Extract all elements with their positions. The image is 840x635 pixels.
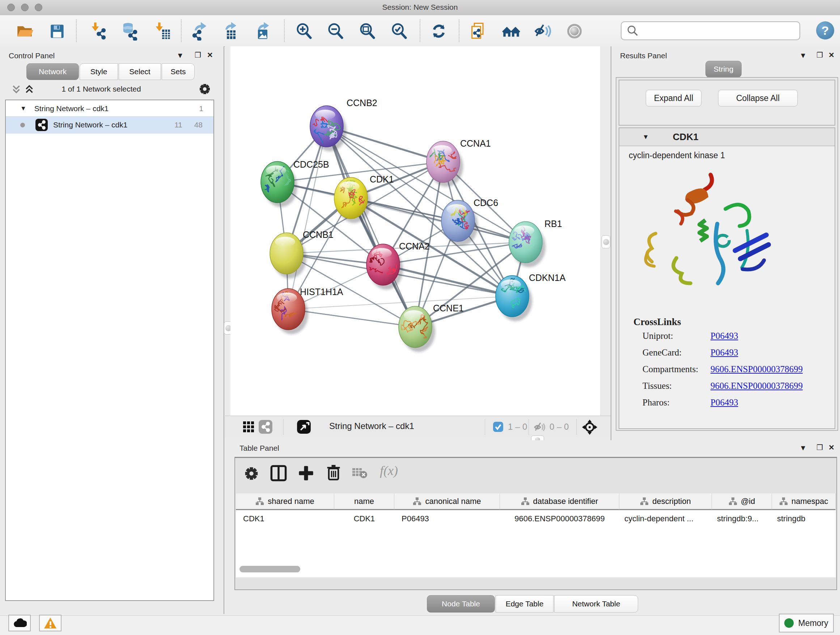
function-builder-icon[interactable]: f(x) [380, 463, 398, 478]
table-cell[interactable]: CDK1 [334, 511, 394, 526]
cloud-button[interactable] [8, 615, 31, 631]
network-node-HIST1H1A[interactable]: HIST1H1A [272, 287, 343, 334]
right-splitter-handle[interactable] [602, 235, 610, 249]
results-panel-close-icon[interactable]: ✕ [829, 51, 835, 59]
network-node-CCNB2[interactable]: CCNB2 [308, 98, 377, 151]
column-header-database-identifier[interactable]: database identifier [500, 494, 619, 510]
left-splitter-strip [225, 46, 231, 437]
help-button[interactable]: ? [816, 21, 834, 40]
tab-node-table[interactable]: Node Table [427, 595, 495, 613]
refresh-view-icon[interactable] [429, 22, 448, 41]
results-panel-menu-icon[interactable]: ▼ [799, 51, 807, 60]
memory-status-dot [784, 618, 794, 628]
node-label-CCNE1: CCNE1 [433, 303, 464, 313]
crosslink-link[interactable]: 9606.ENSP00000378699 [711, 381, 803, 391]
gene-collapse-icon[interactable]: ▼ [643, 133, 649, 141]
table-cell[interactable]: stringdb:9... [712, 511, 772, 526]
crosshair-icon[interactable] [581, 419, 598, 437]
crosslink-link[interactable]: P06493 [711, 331, 738, 340]
tab-string[interactable]: String [706, 61, 742, 78]
crosslink-link[interactable]: P06493 [711, 348, 738, 357]
export-table-icon[interactable] [221, 22, 240, 41]
table-cell[interactable]: stringdb [772, 511, 836, 526]
selected-nodes-checkbox[interactable] [493, 421, 504, 434]
column-header-namespac[interactable]: namespac [772, 494, 836, 510]
save-session-icon[interactable] [48, 22, 66, 41]
string-view-icon[interactable] [258, 420, 273, 435]
network-node-CCNE1[interactable]: CCNE1 [399, 303, 464, 352]
hidden-eye-slash-icon[interactable] [533, 421, 546, 435]
toolbar-separator [283, 419, 284, 435]
crosslink-link[interactable]: 9606.ENSP00000378699 [711, 364, 803, 374]
open-session-icon[interactable] [15, 22, 34, 41]
control-panel-close-icon[interactable]: ✕ [207, 51, 213, 59]
eye-sphere-icon[interactable] [565, 22, 584, 41]
network-node-CCNA1[interactable]: CCNA1 [426, 138, 491, 187]
network-options-gear-icon[interactable] [197, 82, 212, 98]
add-column-plus-icon[interactable] [297, 464, 315, 483]
table-panel-menu-icon[interactable]: ▼ [799, 444, 807, 452]
network-node-CCNB1[interactable]: CCNB1 [270, 230, 333, 279]
network-node-CDC25B[interactable]: CDC25B [261, 159, 329, 207]
zoom-in-icon[interactable] [295, 22, 314, 41]
control-panel-menu-icon[interactable]: ▼ [177, 51, 184, 60]
table-cell[interactable]: CDK1 [236, 511, 334, 526]
tab-style[interactable]: Style [80, 63, 118, 80]
control-panel-float-icon[interactable]: ❒ [195, 51, 201, 59]
first-neighbors-icon[interactable] [502, 22, 521, 41]
table-settings-gear-icon[interactable] [243, 465, 260, 483]
tab-edge-table[interactable]: Edge Table [496, 595, 554, 613]
table-cell[interactable]: cyclin-dependent ... [619, 511, 712, 526]
export-image-icon[interactable] [253, 22, 272, 41]
tab-network-table[interactable]: Network Table [554, 595, 638, 613]
zoom-fit-icon[interactable] [358, 22, 377, 41]
column-header-description[interactable]: description [619, 494, 712, 510]
network-canvas[interactable]: CCNB2CCNA1CDC25BCDK1CDC6RB1CCNB1CCNA2CDK… [231, 46, 600, 416]
network-node-RB1[interactable]: RB1 [509, 219, 562, 267]
zoom-selected-icon[interactable] [390, 22, 409, 41]
network-node-CDK1[interactable]: CDK1 [334, 174, 394, 223]
gene-section-header[interactable]: ▼ CDK1 [619, 128, 835, 146]
export-network-icon[interactable] [191, 22, 210, 41]
birdseye-toggle-icon[interactable] [297, 420, 311, 435]
node-label-RB1: RB1 [545, 219, 562, 229]
network-row[interactable]: String Network – cdk1 11 48 [6, 116, 213, 134]
warning-button[interactable] [39, 615, 62, 631]
collapse-all-button[interactable]: Collapse All [718, 90, 798, 106]
table-horizontal-scrollbar-thumb[interactable] [240, 566, 300, 572]
network-view-title: String Network – cdk1 [329, 421, 414, 431]
zoom-out-icon[interactable] [326, 22, 345, 41]
crosslink-link[interactable]: P06493 [711, 397, 738, 407]
delete-column-trash-icon[interactable] [325, 464, 342, 483]
right-splitter-strip [600, 46, 611, 416]
table-cell[interactable]: P06493 [394, 511, 500, 526]
show-hide-graphics-icon[interactable] [533, 22, 552, 41]
collection-collapse-icon[interactable]: ▼ [20, 105, 27, 112]
window-title: Session: New Session [0, 3, 840, 11]
tab-select[interactable]: Select [118, 63, 161, 80]
network-node-CDKN1A[interactable]: CDKN1A [496, 272, 566, 321]
delete-table-icon[interactable] [352, 467, 368, 481]
results-panel-float-icon[interactable]: ❒ [816, 51, 823, 59]
clone-network-icon[interactable] [469, 22, 488, 41]
grid-view-icon[interactable] [242, 421, 255, 434]
search-input[interactable] [641, 23, 799, 38]
table-panel-close-icon[interactable]: ✕ [829, 443, 835, 452]
network-collection-row[interactable]: ▼ String Network – cdk1 1 [6, 101, 213, 116]
import-table-file-icon[interactable] [153, 22, 172, 41]
column-header-shared-name[interactable]: shared name [236, 494, 334, 510]
memory-button[interactable]: Memory [779, 614, 834, 632]
column-header-name[interactable]: name [334, 494, 394, 510]
column-header--id[interactable]: @id [712, 494, 772, 510]
column-header-canonical-name[interactable]: canonical name [394, 494, 500, 510]
show-columns-icon[interactable] [270, 464, 287, 483]
toolbar-separator [284, 19, 285, 42]
table-panel-float-icon[interactable]: ❒ [816, 443, 823, 452]
import-network-database-icon[interactable] [119, 22, 138, 41]
tab-sets[interactable]: Sets [162, 63, 195, 80]
tab-network[interactable]: Network [27, 63, 79, 80]
expand-all-button[interactable]: Expand All [646, 90, 701, 106]
table-cell[interactable]: 9606.ENSP00000378699 [500, 511, 619, 526]
node-label-CCNA1: CCNA1 [460, 138, 491, 149]
import-network-file-icon[interactable] [88, 22, 107, 41]
